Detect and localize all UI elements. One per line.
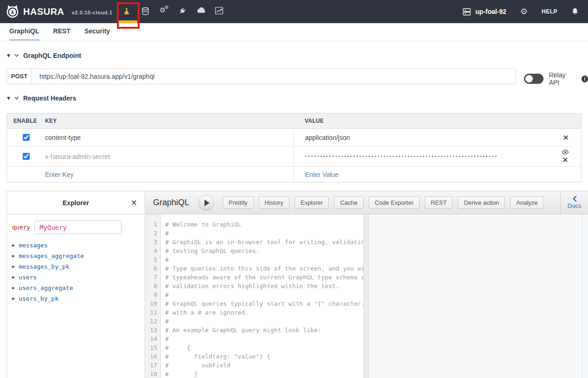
- new-header-key-input[interactable]: Enter Key: [45, 171, 294, 178]
- line-number: 5: [145, 255, 161, 264]
- explorer-field[interactable]: ▶ messages_aggregate: [12, 251, 145, 261]
- play-icon: [205, 200, 210, 206]
- relay-api-toggle[interactable]: [524, 74, 543, 84]
- line-number: 18: [145, 370, 161, 378]
- toolbar-button[interactable]: Code Exporter: [369, 196, 420, 209]
- remote-schemas-plug-icon[interactable]: [178, 6, 187, 15]
- line-number: 13: [145, 326, 161, 334]
- server-icon: [462, 8, 471, 16]
- line-text: # typeaheads aware of the current GraphQ…: [161, 273, 364, 282]
- line-text: # testing GraphQL queries.: [161, 246, 260, 255]
- explorer-panel: Explorer × query ▶ messages ▶ messages_a: [7, 191, 145, 378]
- table-header-row: ENABLE KEY VALUE: [7, 113, 581, 129]
- editor-line: 16 # field(arg: "value") {: [145, 352, 364, 361]
- graphiql-section: Explorer × query ▶ messages ▶ messages_a: [6, 191, 588, 378]
- section-title: GraphQL Endpoint: [23, 52, 81, 59]
- column-enable: ENABLE: [7, 118, 45, 124]
- tab-security[interactable]: Security: [84, 27, 110, 41]
- operation-type-label: query: [12, 224, 30, 231]
- new-header-row: Enter Key Enter Value: [7, 167, 581, 182]
- help-button[interactable]: HELP: [542, 8, 557, 15]
- svg-text:λ: λ: [11, 9, 14, 15]
- relay-api-label: Relay API: [549, 71, 576, 86]
- editor-resize-handle[interactable]: [364, 214, 369, 378]
- editor-line: 2 #: [145, 229, 364, 238]
- line-number: 16: [145, 352, 161, 361]
- line-number: 17: [145, 361, 161, 370]
- graphiql-title: GraphiQL: [153, 198, 189, 208]
- line-number: 11: [145, 308, 161, 317]
- notifications-bell-icon[interactable]: [571, 7, 579, 16]
- line-number: 7: [145, 273, 161, 282]
- reveal-secret-eye-icon[interactable]: [562, 150, 569, 155]
- expand-arrow-icon: ▶: [12, 265, 15, 269]
- editor-line: 5 #: [145, 255, 364, 264]
- header-enable-checkbox[interactable]: [23, 134, 30, 141]
- tab-graphiql[interactable]: GraphiQL: [9, 27, 39, 41]
- toolbar-button[interactable]: Derive action: [458, 196, 505, 209]
- explorer-field[interactable]: ▶ messages: [12, 240, 145, 251]
- query-editor[interactable]: 1 # Welcome to GraphiQL 2 # 3 # GraphiQL…: [145, 214, 364, 378]
- graphql-endpoint-collapse[interactable]: ▼ GraphQL Endpoint: [7, 52, 81, 59]
- monitoring-chart-icon[interactable]: [215, 6, 224, 15]
- line-text: # with a # are ignored.: [161, 308, 249, 317]
- hasura-logo[interactable]: λ HASURA v2.0.10-cloud.1: [6, 4, 112, 19]
- table-row: x-hasura-admin-secret ••••••••••••••••••…: [7, 146, 581, 167]
- operation-name-input[interactable]: [34, 220, 121, 234]
- http-method-label: POST: [7, 69, 32, 84]
- brand-name: HASURA: [23, 6, 64, 17]
- line-text: #: [161, 317, 169, 326]
- editor-line: 7 # typeaheads aware of the current Grap…: [145, 273, 364, 282]
- info-icon[interactable]: i: [582, 76, 588, 82]
- data-database-icon[interactable]: [141, 6, 150, 16]
- settings-gear-icon[interactable]: ⚙: [520, 7, 528, 16]
- remove-header-icon[interactable]: ×: [563, 134, 569, 141]
- explorer-field[interactable]: ▶ messages_by_pk: [12, 261, 145, 272]
- version-label: v2.0.10-cloud.1: [72, 10, 113, 15]
- toolbar-button[interactable]: Analyze: [510, 196, 543, 209]
- remove-header-icon[interactable]: ×: [562, 156, 568, 164]
- editor-line: 8 # validation errors highlighted within…: [145, 282, 364, 290]
- editor-line: 6 # Type queries into this side of the s…: [145, 264, 364, 273]
- top-navbar: λ HASURA v2.0.10-cloud.1 ⚙⚙ up-foal-92 ⚙…: [0, 0, 588, 23]
- line-text: # {: [161, 343, 191, 352]
- explorer-field[interactable]: ▶ users_by_pk: [12, 293, 145, 304]
- editor-line: 13 # An example GraphQL query might look…: [145, 326, 364, 334]
- header-value: application/json: [305, 134, 350, 141]
- docs-tab[interactable]: Docs: [560, 191, 588, 214]
- new-header-value-input[interactable]: Enter Value: [305, 171, 339, 178]
- toolbar-button-list: PrettifyHistoryExplorerCacheCode Exporte…: [223, 196, 544, 209]
- project-name-button[interactable]: up-foal-92: [462, 8, 506, 16]
- table-row: content-type application/json ×: [7, 129, 581, 146]
- toolbar-button[interactable]: Cache: [334, 196, 364, 209]
- header-enable-checkbox[interactable]: [23, 153, 30, 160]
- close-icon[interactable]: ×: [131, 198, 137, 207]
- line-text: #: [161, 290, 169, 299]
- graphql-endpoint-url: https://up-foal-92.hasura.app/v1/graphql: [32, 69, 515, 84]
- explorer-field-list: ▶ messages ▶ messages_aggregate ▶ messag…: [12, 240, 145, 304]
- toolbar-button[interactable]: History: [259, 196, 289, 209]
- editor-line: 15 # {: [145, 343, 364, 352]
- header-key: content-type: [45, 134, 294, 141]
- line-number: 6: [145, 264, 161, 273]
- explorer-field[interactable]: ▶ users: [12, 272, 145, 283]
- toolbar-button[interactable]: Prettify: [223, 196, 253, 209]
- graphql-endpoint-bar: POST https://up-foal-92.hasura.app/v1/gr…: [6, 68, 516, 84]
- toolbar-button[interactable]: Explorer: [294, 196, 329, 209]
- line-text: # GraphQL queries typically start with a…: [161, 299, 364, 308]
- line-number: 3: [145, 238, 161, 246]
- toolbar-button[interactable]: REST: [425, 196, 453, 209]
- api-subtabs: GraphiQL REST Security: [0, 23, 588, 41]
- request-headers-collapse[interactable]: ▼ Request Headers: [7, 94, 76, 102]
- explorer-field[interactable]: ▶ users_aggregate: [12, 283, 145, 293]
- editor-line: 3 # GraphiQL is an in-browser tool for w…: [145, 238, 364, 246]
- line-number: 10: [145, 299, 161, 308]
- editor-lines: 1 # Welcome to GraphiQL 2 # 3 # GraphiQL…: [145, 214, 364, 378]
- line-number: 12: [145, 317, 161, 326]
- tab-rest[interactable]: REST: [53, 27, 70, 41]
- header-key: x-hasura-admin-secret: [45, 153, 294, 160]
- events-cloud-icon[interactable]: [197, 6, 206, 14]
- execute-query-button[interactable]: [198, 195, 214, 211]
- editor-line: 9 #: [145, 290, 364, 299]
- column-value: VALUE: [294, 113, 581, 128]
